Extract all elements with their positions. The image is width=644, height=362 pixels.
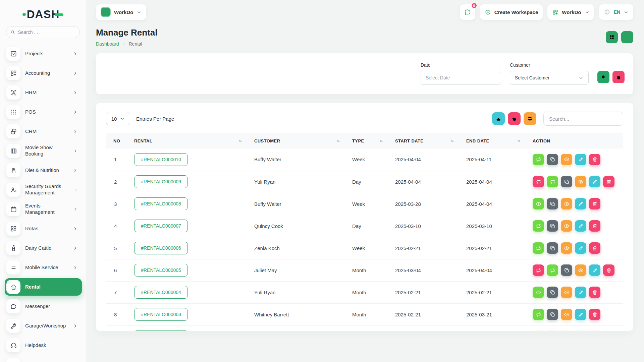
convert-button[interactable] (533, 309, 544, 320)
sidebar-item-mobile-service[interactable]: Mobile Service (5, 259, 82, 276)
filter-reset-button[interactable] (612, 71, 625, 83)
sidebar-item-rotas[interactable]: Rotas (5, 220, 82, 237)
row-actions (533, 198, 620, 209)
table-search-input[interactable] (543, 112, 623, 126)
edit-button[interactable] (575, 220, 586, 232)
edit-button[interactable] (575, 154, 586, 165)
sidebar-item-helpdesk[interactable]: Helpdesk (5, 337, 82, 354)
create-workspace-button[interactable]: Create Workspace (480, 4, 543, 20)
delete-button[interactable] (589, 309, 600, 320)
column-header-customer[interactable]: CUSTOMER (254, 133, 352, 148)
view-button[interactable] (561, 220, 572, 232)
duplicate-button[interactable] (547, 287, 558, 298)
view-button[interactable] (561, 154, 572, 165)
duplicate-button[interactable] (547, 154, 558, 165)
duplicate-button[interactable] (547, 220, 558, 232)
convert-button[interactable] (533, 242, 544, 254)
breadcrumb-dashboard[interactable]: Dashboard (96, 41, 119, 47)
duplicate-button[interactable] (561, 176, 572, 187)
rental-id-link[interactable]: #RENTALO000004 (134, 286, 188, 299)
delete-button[interactable] (589, 242, 600, 254)
rental-id-link[interactable]: #RENTALO000007 (134, 220, 188, 232)
workspace-switcher[interactable]: WorkDo (96, 4, 146, 20)
delete-button[interactable] (589, 220, 600, 232)
rental-id-link[interactable]: #RENTALO000005 (134, 264, 188, 277)
brand-logo[interactable]: DASH (0, 8, 86, 21)
grid-view-button[interactable] (606, 31, 618, 43)
sort-icon[interactable] (516, 138, 521, 143)
sidebar-item-settings[interactable]: Settings (5, 356, 82, 362)
delete-button[interactable] (589, 198, 600, 209)
page-size-select[interactable]: 10 (106, 112, 130, 125)
sidebar-item-movie-show-booking[interactable]: Movie Show Booking (5, 142, 82, 160)
filter-search-button[interactable] (597, 71, 609, 83)
sidebar-item-security-guards-management[interactable]: Security Guards Management (5, 181, 82, 198)
view-button[interactable] (561, 242, 572, 254)
delete-button[interactable] (589, 154, 600, 165)
type-cell: Week (352, 325, 395, 331)
delete-button[interactable] (589, 287, 600, 298)
convert-button[interactable] (533, 264, 544, 276)
workdo-menu[interactable]: WorkDo (547, 4, 594, 20)
sidebar-item-rental[interactable]: Rental (5, 278, 82, 296)
sort-icon[interactable] (238, 138, 243, 143)
view-button[interactable] (533, 198, 544, 209)
messages-button[interactable]: 0 (460, 4, 475, 20)
sidebar-search-input[interactable] (18, 29, 75, 35)
edit-button[interactable] (575, 287, 586, 298)
undo-button[interactable] (508, 112, 521, 125)
sort-icon[interactable] (379, 138, 384, 143)
sidebar-item-garage-workshop[interactable]: Garage/Workshop (5, 317, 82, 335)
view-button[interactable] (575, 176, 586, 187)
date-filter-input[interactable] (421, 71, 501, 85)
convert-button[interactable] (547, 264, 558, 276)
delete-button[interactable] (603, 176, 614, 187)
view-button[interactable] (575, 264, 586, 276)
sidebar-item-crm[interactable]: CRM (5, 123, 82, 140)
duplicate-button[interactable] (561, 264, 572, 276)
sidebar-item-messenger[interactable]: Messenger (5, 298, 82, 315)
column-header-type[interactable]: TYPE (352, 133, 395, 148)
customer-filter-select[interactable]: Select Customer (510, 71, 589, 85)
sidebar-item-events-management[interactable]: Events Management (5, 200, 82, 218)
edit-button[interactable] (575, 309, 586, 320)
sidebar-item-projects[interactable]: Projects (5, 45, 82, 62)
sidebar-item-diet-nutrition[interactable]: Diet & Nutrition (5, 162, 82, 179)
duplicate-button[interactable] (547, 242, 558, 254)
sidebar-item-dairy-cattle[interactable]: Dairy Cattle (5, 239, 82, 257)
sort-icon[interactable] (450, 138, 455, 143)
edit-button[interactable] (589, 176, 600, 187)
table-row: 5#RENTALO000006Zenia KochWeek2025-02-212… (106, 237, 623, 259)
rental-id-link[interactable]: #RENTALO000006 (134, 242, 188, 254)
rental-id-link[interactable]: #RENTALO000002 (134, 330, 188, 331)
convert-button[interactable] (533, 220, 544, 232)
rental-id-link[interactable]: #RENTALO000008 (134, 197, 188, 210)
rental-id-link[interactable]: #RENTALO000009 (134, 175, 188, 188)
view-button[interactable] (561, 309, 572, 320)
export-button[interactable] (492, 112, 505, 125)
view-button[interactable] (561, 198, 572, 209)
edit-button[interactable] (589, 264, 600, 276)
add-rental-button[interactable] (621, 31, 633, 43)
convert-button[interactable] (533, 154, 544, 165)
language-selector[interactable]: EN (599, 4, 633, 20)
rental-id-link[interactable]: #RENTALO000003 (134, 308, 188, 321)
sort-icon[interactable] (336, 138, 341, 143)
refresh-button[interactable] (524, 112, 536, 125)
edit-button[interactable] (575, 198, 586, 209)
duplicate-button[interactable] (547, 198, 558, 209)
rental-id-link[interactable]: #RENTALO000010 (134, 153, 188, 166)
column-header-rental[interactable]: RENTAL (134, 133, 254, 148)
column-header-start-date[interactable]: START DATE (395, 133, 466, 148)
column-header-end-date[interactable]: END DATE (466, 133, 533, 148)
delete-button[interactable] (603, 264, 614, 276)
sidebar-item-accounting[interactable]: Accounting (5, 64, 82, 82)
edit-button[interactable] (575, 242, 586, 254)
sidebar-item-hrm[interactable]: HRM (5, 84, 82, 101)
view-button[interactable] (561, 287, 572, 298)
convert-button[interactable] (533, 176, 544, 187)
view-button[interactable] (533, 287, 544, 298)
convert-button[interactable] (547, 176, 558, 187)
sidebar-item-pos[interactable]: POS (5, 103, 82, 121)
duplicate-button[interactable] (547, 309, 558, 320)
